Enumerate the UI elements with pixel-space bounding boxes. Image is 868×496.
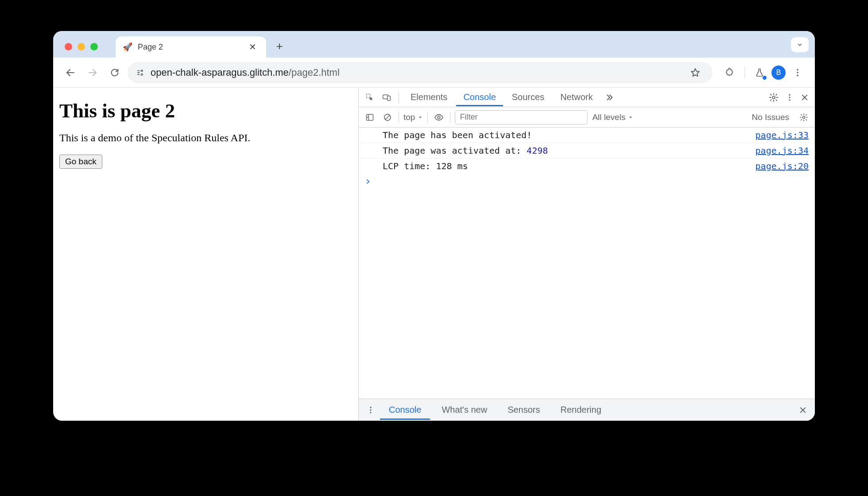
window-zoom-button[interactable] [90,43,98,50]
console-filter-input[interactable] [455,110,588,124]
drawer-tab-whatsnew[interactable]: What's new [433,400,496,419]
drawer-tab-rendering[interactable]: Rendering [552,400,610,419]
devtools-drawer: Console What's new Sensors Rendering [359,399,815,421]
address-bar[interactable]: open-chalk-asparagus.glitch.me/page2.htm… [128,62,713,83]
svg-point-4 [797,74,798,76]
toggle-sidebar-button[interactable] [363,111,376,124]
devtools-menu-button[interactable] [783,88,796,107]
log-source-link[interactable]: page.js:34 [756,145,809,156]
toolbar-divider [744,66,745,79]
log-message: The page has been activated! [383,130,532,140]
svg-point-17 [370,409,371,411]
kebab-icon [793,68,802,78]
gear-icon [799,113,808,122]
avatar-initial: B [776,69,781,77]
browser-tab[interactable]: 🚀 Page 2 ✕ [116,36,266,58]
tab-title: Page 2 [138,43,241,52]
triangle-down-icon [418,115,423,120]
nav-back-button[interactable] [61,63,80,82]
reload-icon [110,68,120,78]
live-expression-button[interactable] [432,111,446,124]
notification-dot-icon [763,76,767,80]
svg-point-10 [789,97,790,98]
levels-label: All levels [592,112,625,122]
tab-sources[interactable]: Sources [505,89,551,106]
tab-strip: 🚀 Page 2 ✕ + [53,31,815,58]
log-levels-selector[interactable]: All levels [592,112,633,122]
svg-point-0 [141,70,143,71]
kebab-icon [366,406,375,415]
log-message: The page was activated at: [383,145,527,156]
eye-icon [434,112,444,122]
svg-point-3 [797,72,798,74]
devtools-panel: Elements Console Sources Network [359,88,815,421]
tab-console[interactable]: Console [456,89,503,106]
page-heading: This is page 2 [59,99,352,122]
toolbar-right: B [716,63,807,82]
svg-point-16 [370,407,371,408]
tab-network[interactable]: Network [553,89,600,106]
clear-icon [383,113,392,122]
browser-window: 🚀 Page 2 ✕ + open-chalk-asparagus.glitch… [53,31,815,421]
tabs-dropdown-button[interactable] [791,37,809,52]
profile-avatar[interactable]: B [771,66,786,80]
svg-point-2 [797,69,798,70]
extensions-button[interactable] [721,63,739,82]
devtools-tabbar: Elements Console Sources Network [359,88,815,107]
arrow-right-icon [87,67,98,78]
log-source-link[interactable]: page.js:33 [756,130,809,140]
drawer-menu-button[interactable] [364,401,377,419]
console-settings-button[interactable] [797,111,810,124]
devtools-close-button[interactable] [798,88,811,107]
console-output: The page has been activated! page.js:33 … [359,128,815,399]
issues-button[interactable]: No Issues [752,112,789,122]
svg-point-9 [789,94,790,95]
svg-point-8 [772,96,775,99]
console-log-row: The page has been activated! page.js:33 [359,128,815,143]
console-prompt[interactable] [359,174,815,190]
more-tabs-button[interactable] [602,88,617,107]
context-label: top [403,112,415,122]
star-icon [690,67,701,78]
inspect-element-button[interactable] [362,90,377,105]
chrome-menu-button[interactable] [788,63,807,82]
console-log-row: The page was activated at: 4298 page.js:… [359,143,815,159]
drawer-tab-console[interactable]: Console [380,400,430,420]
log-source-link[interactable]: page.js:20 [756,161,809,171]
traffic-lights [59,43,103,58]
close-icon [799,406,807,414]
clear-console-button[interactable] [381,111,394,124]
close-icon [801,93,809,101]
triangle-down-icon [628,115,633,120]
nav-forward-button[interactable] [83,63,102,82]
url-text: open-chalk-asparagus.glitch.me/page2.htm… [151,67,340,78]
svg-rect-7 [388,96,391,100]
window-close-button[interactable] [65,43,72,50]
device-toolbar-button[interactable] [379,90,394,105]
drawer-tab-sensors[interactable]: Sensors [499,400,549,419]
devtools-settings-button[interactable] [766,88,781,107]
bookmark-button[interactable] [686,63,705,82]
page-viewport: This is page 2 This is a demo of the Spe… [53,88,359,421]
go-back-button[interactable]: Go back [59,155,102,169]
svg-point-15 [803,116,805,118]
svg-point-11 [789,99,790,101]
tab-elements[interactable]: Elements [403,89,454,106]
content-area: This is page 2 This is a demo of the Spe… [53,88,815,421]
console-toolbar: top All levels No Issues [359,107,815,128]
kebab-icon [785,93,794,102]
drawer-close-button[interactable] [796,401,810,419]
reload-button[interactable] [105,63,124,82]
sidebar-icon [365,113,374,122]
labs-button[interactable] [750,63,769,82]
window-minimize-button[interactable] [78,43,85,50]
log-number: 4298 [527,145,548,156]
log-message: LCP time: 128 ms [383,161,468,171]
puzzle-icon [725,68,735,78]
execution-context-selector[interactable]: top [403,112,423,122]
tab-favicon-icon: 🚀 [123,42,132,52]
site-settings-icon[interactable] [136,68,144,77]
devices-icon [382,93,391,102]
tab-close-button[interactable]: ✕ [246,42,259,52]
new-tab-button[interactable]: + [271,39,288,58]
